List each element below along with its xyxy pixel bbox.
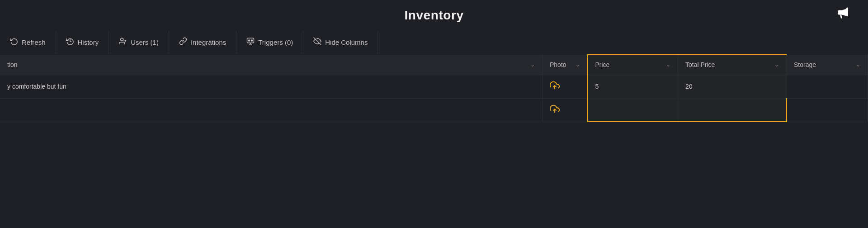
table-container: tion ⌄ Photo ⌄ Price ⌄ bbox=[0, 54, 868, 122]
toolbar-history[interactable]: History bbox=[56, 31, 109, 54]
hidecolumns-icon bbox=[313, 37, 321, 48]
cell-totalprice-1: 20 bbox=[678, 75, 787, 98]
chevron-down-icon: ⌄ bbox=[576, 62, 580, 68]
page-wrapper: Inventory Refresh bbox=[0, 0, 868, 228]
integrations-icon bbox=[179, 37, 187, 48]
cloud-upload-icon[interactable] bbox=[550, 106, 560, 116]
toolbar-integrations-label: Integrations bbox=[191, 38, 226, 46]
cell-storage-2 bbox=[787, 98, 868, 122]
chevron-down-icon: ⌄ bbox=[530, 62, 535, 68]
toolbar-triggers-label: Triggers (0) bbox=[258, 38, 293, 46]
cell-totalprice-2 bbox=[678, 98, 787, 122]
cell-price-2 bbox=[588, 98, 678, 122]
toolbar-users-label: Users (1) bbox=[131, 38, 159, 46]
table-header-row: tion ⌄ Photo ⌄ Price ⌄ bbox=[0, 55, 868, 75]
toolbar-hidecolumns[interactable]: Hide Columns bbox=[303, 31, 378, 54]
svg-point-1 bbox=[121, 38, 123, 41]
table-row bbox=[0, 98, 868, 122]
toolbar-users[interactable]: Users (1) bbox=[109, 31, 169, 54]
cloud-upload-icon[interactable] bbox=[550, 82, 560, 92]
svg-point-0 bbox=[846, 8, 848, 10]
toolbar-refresh[interactable]: Refresh bbox=[0, 31, 56, 54]
chevron-down-icon: ⌄ bbox=[774, 62, 779, 68]
history-icon bbox=[66, 37, 74, 48]
toolbar-refresh-label: Refresh bbox=[22, 38, 46, 46]
notification-icon[interactable] bbox=[835, 7, 850, 24]
cell-description-1: y comfortable but fun bbox=[0, 75, 542, 98]
chevron-down-icon: ⌄ bbox=[666, 62, 670, 68]
svg-point-9 bbox=[251, 40, 253, 41]
data-table: tion ⌄ Photo ⌄ Price ⌄ bbox=[0, 54, 868, 122]
refresh-icon bbox=[10, 37, 18, 48]
cell-description-2 bbox=[0, 98, 542, 122]
col-header-storage[interactable]: Storage ⌄ bbox=[787, 55, 868, 75]
users-icon bbox=[119, 37, 127, 48]
table-row: y comfortable but fun 5 bbox=[0, 75, 868, 98]
cell-storage-1 bbox=[787, 75, 868, 98]
col-header-totalprice[interactable]: Total Price ⌄ bbox=[678, 55, 787, 75]
chevron-down-icon: ⌄ bbox=[856, 62, 860, 68]
page-title: Inventory bbox=[404, 8, 463, 23]
toolbar-triggers[interactable]: Triggers (0) bbox=[236, 31, 303, 54]
col-header-description[interactable]: tion ⌄ bbox=[0, 55, 542, 75]
cell-photo-1 bbox=[542, 75, 588, 98]
cell-photo-2 bbox=[542, 98, 588, 122]
cell-price-1: 5 bbox=[588, 75, 678, 98]
toolbar: Refresh History Users (1) bbox=[0, 31, 868, 54]
col-header-price[interactable]: Price ⌄ bbox=[588, 55, 678, 75]
svg-point-8 bbox=[249, 40, 250, 41]
toolbar-integrations[interactable]: Integrations bbox=[169, 31, 236, 54]
col-header-photo[interactable]: Photo ⌄ bbox=[542, 55, 588, 75]
triggers-icon bbox=[246, 37, 255, 48]
toolbar-hidecolumns-label: Hide Columns bbox=[325, 38, 368, 46]
header: Inventory bbox=[0, 0, 868, 31]
toolbar-history-label: History bbox=[78, 38, 99, 46]
